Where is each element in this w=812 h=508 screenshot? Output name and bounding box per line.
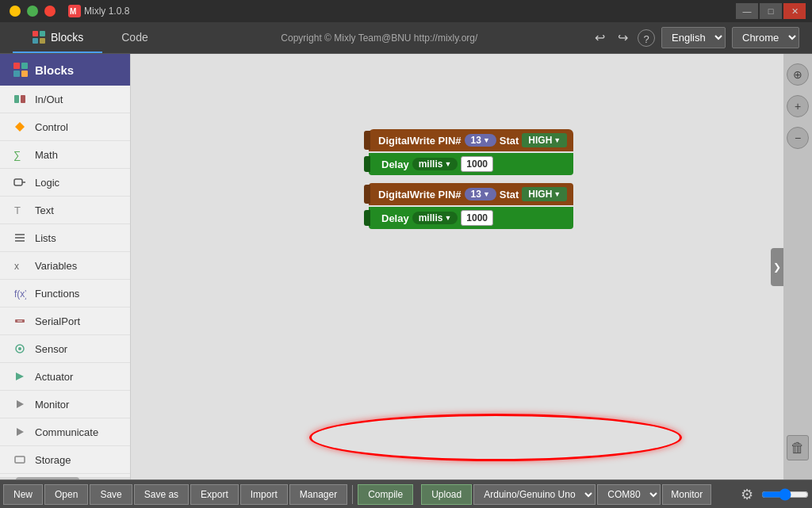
block-group-2: DigitalWrite PIN# 13 ▼ Stat HIGH ▼ Delay — [369, 183, 573, 231]
sidebar-item-actuator[interactable]: Actuator — [0, 363, 130, 391]
sidebar-item-logic[interactable]: Logic — [0, 169, 130, 197]
sidebar-item-monitor[interactable]: Monitor — [0, 391, 130, 418]
compile-btn[interactable]: Compile — [358, 484, 413, 505]
maximize-btn[interactable] — [27, 6, 38, 17]
browser-select[interactable]: Chrome — [732, 27, 799, 48]
delay-value-2[interactable]: 1000 — [461, 210, 493, 226]
topbar-tabs: Blocks Code — [13, 22, 167, 53]
zoom-in-btn[interactable]: + — [787, 95, 809, 117]
new-btn[interactable]: New — [3, 484, 43, 505]
delay-value-1[interactable]: 1000 — [461, 156, 493, 172]
svg-rect-28 — [15, 456, 25, 463]
sidebar-item-serialport[interactable]: SerialPort — [0, 307, 130, 335]
dwrite-block-2[interactable]: DigitalWrite PIN# 13 ▼ Stat HIGH ▼ — [369, 183, 573, 205]
unit-select-1[interactable]: millis ▼ — [412, 158, 458, 170]
topbar-copyright: Copyright © Mixly Team@BNU http://mixly.… — [183, 32, 576, 44]
sensor-icon — [13, 342, 27, 356]
communicate-icon — [13, 425, 27, 439]
sidebar-item-functions[interactable]: f(x) Functions — [0, 280, 130, 307]
zoom-out-btn[interactable]: − — [787, 127, 809, 149]
undo-btn[interactable]: ↩ — [592, 27, 608, 48]
panel-toggle-btn[interactable]: ❯ — [771, 248, 783, 286]
close-win-btn[interactable]: ✕ — [783, 3, 806, 19]
toolbar-slider[interactable] — [761, 488, 809, 501]
sidebar-item-lists[interactable]: Lists — [0, 224, 130, 252]
sidebar-item-control[interactable]: Control — [0, 113, 130, 141]
close-btn[interactable] — [44, 6, 56, 17]
sidebar-scrollbar[interactable] — [0, 477, 130, 479]
trash-btn[interactable]: 🗑 — [787, 435, 809, 460]
sidebar-item-storage-label: Storage — [35, 454, 71, 466]
unit-chevron-2: ▼ — [444, 214, 451, 222]
monitor-btn[interactable]: Monitor — [662, 484, 711, 505]
svg-point-24 — [18, 347, 21, 350]
variables-icon: x — [13, 258, 27, 273]
delay-label-2: Delay — [381, 212, 409, 224]
mixly-logo-icon: M — [68, 5, 81, 17]
sidebar-item-inout[interactable]: In/Out — [0, 86, 130, 113]
text-icon: T — [13, 203, 27, 217]
dwrite-label-1: DigitalWrite PIN# — [378, 135, 462, 147]
svg-rect-7 — [21, 63, 28, 69]
topbar: Blocks Code Copyright © Mixly Team@BNU h… — [0, 22, 812, 54]
window-controls[interactable] — [6, 6, 56, 17]
sidebar-scroll-thumb — [16, 477, 79, 479]
delay-block-1[interactable]: Delay millis ▼ 1000 — [369, 153, 573, 175]
export-btn[interactable]: Export — [190, 484, 239, 505]
svg-marker-27 — [17, 428, 24, 436]
board-select[interactable]: Arduino/Genuino UnoArduino MegaArduino N… — [473, 484, 596, 505]
blocks-icon — [32, 30, 46, 44]
stat-label-2: Stat — [500, 189, 519, 201]
topbar-right: ↩ ↪ ? English Chrome — [592, 27, 799, 48]
redo-btn[interactable]: ↪ — [615, 27, 631, 48]
open-btn[interactable]: Open — [44, 484, 88, 505]
svg-text:∑: ∑ — [13, 149, 21, 161]
sidebar-item-math[interactable]: ∑ Math — [0, 141, 130, 169]
tab-code[interactable]: Code — [102, 22, 167, 53]
minimize-btn[interactable] — [10, 6, 21, 17]
upload-btn[interactable]: Upload — [421, 484, 472, 505]
tab-blocks-label: Blocks — [51, 31, 83, 44]
port-select[interactable]: COM80COM1COM3 — [597, 484, 661, 505]
sidebar-item-sensor[interactable]: Sensor — [0, 335, 130, 363]
svg-rect-6 — [13, 63, 20, 69]
dwrite-block-1[interactable]: DigitalWrite PIN# 13 ▼ Stat HIGH ▼ — [369, 129, 573, 151]
block-notch-delay-1 — [364, 156, 370, 172]
delay-block-2[interactable]: Delay millis ▼ 1000 — [369, 207, 573, 229]
svg-text:f(x): f(x) — [14, 288, 26, 300]
bottom-toolbar: New Open Save Save as Export Import Mana… — [0, 479, 812, 508]
content-area: Blocks In/Out Control ∑ Math — [0, 54, 812, 479]
sidebar-item-monitor-label: Monitor — [35, 399, 69, 411]
save-btn[interactable]: Save — [90, 484, 132, 505]
unit-select-2[interactable]: millis ▼ — [412, 212, 458, 224]
toolbar-icon: ⚙ — [741, 486, 753, 503]
save-as-btn[interactable]: Save as — [134, 484, 189, 505]
stat-select-1[interactable]: HIGH ▼ — [522, 133, 567, 147]
pin-select-1[interactable]: 13 ▼ — [465, 134, 496, 147]
sidebar-item-communicate[interactable]: Communicate — [0, 418, 130, 446]
sidebar-item-text[interactable]: T Text — [0, 197, 130, 224]
help-btn[interactable]: ? — [638, 29, 655, 47]
center-btn[interactable]: ⊕ — [787, 63, 809, 86]
manager-btn[interactable]: Manager — [289, 484, 347, 505]
block-notch-2 — [364, 185, 370, 204]
sidebar-item-variables[interactable]: x Variables — [0, 252, 130, 280]
monitor-icon — [13, 397, 27, 411]
svg-marker-26 — [17, 400, 24, 408]
min-win-btn[interactable]: — — [736, 3, 758, 19]
stat-select-2[interactable]: HIGH ▼ — [522, 187, 567, 201]
tab-blocks[interactable]: Blocks — [13, 22, 102, 53]
svg-rect-13 — [14, 179, 22, 185]
pin-select-2[interactable]: 13 ▼ — [465, 188, 496, 201]
sidebar-item-sensor-label: Sensor — [35, 343, 67, 355]
block-notch-1 — [364, 131, 370, 150]
sidebar-header: Blocks — [0, 54, 130, 86]
max-win-btn[interactable]: □ — [760, 3, 782, 19]
import-btn[interactable]: Import — [240, 484, 288, 505]
language-select[interactable]: English — [661, 27, 726, 48]
win-btn-group[interactable]: — □ ✕ — [736, 3, 806, 19]
sidebar-header-label: Blocks — [35, 63, 74, 77]
svg-rect-5 — [40, 38, 45, 44]
sidebar-item-storage[interactable]: Storage — [0, 446, 130, 474]
lists-icon — [13, 231, 27, 245]
